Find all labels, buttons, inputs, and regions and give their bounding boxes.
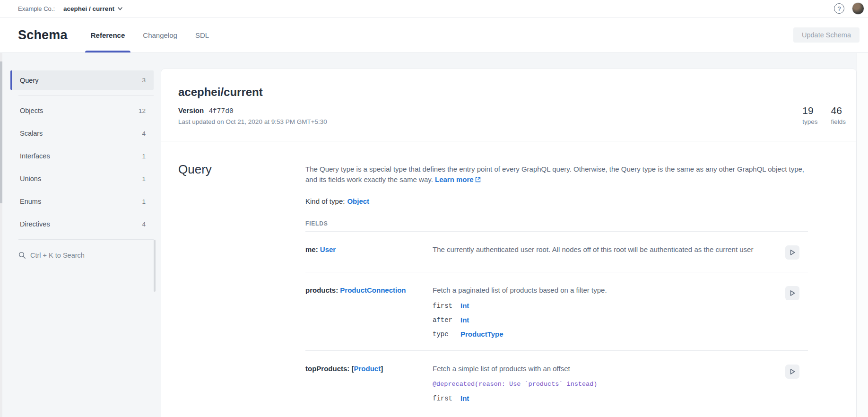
arg-name: first	[433, 395, 460, 402]
stat-label: fields	[831, 118, 846, 125]
field-action-cell	[785, 286, 799, 300]
arg-name: first	[433, 302, 460, 310]
field-args: firstIntafterInttypeProductType	[433, 302, 770, 338]
arg-name: type	[433, 330, 460, 338]
page-title: Schema	[18, 28, 68, 43]
card-header: acephei/current Version 4f77d0 Last upda…	[178, 86, 846, 125]
sidebar-item-objects[interactable]: Objects12	[10, 99, 154, 122]
type-header: Query The Query type is a special type t…	[178, 164, 846, 415]
arg-type-link[interactable]: Int	[460, 302, 469, 310]
field-detail-cell: Fetch a paginated list of products based…	[433, 286, 778, 338]
help-icon[interactable]: ?	[834, 3, 844, 14]
graph-selector-label: acephei / current	[63, 5, 114, 12]
schema-sidebar: Query3Objects12Scalars4Interfaces1Unions…	[0, 53, 154, 417]
field-action-cell	[785, 245, 799, 260]
field-type: User	[320, 245, 336, 253]
version-value: 4f77d0	[208, 107, 233, 115]
field-detail-cell: The currently authenticated user root. A…	[433, 245, 778, 254]
org-label: Example Co.:	[18, 5, 55, 12]
sidebar-item-label: Directives	[20, 220, 50, 228]
sidebar-item-label: Objects	[20, 107, 43, 114]
run-in-explorer-button[interactable]	[785, 365, 799, 379]
external-link-icon	[475, 177, 481, 182]
field-type: [Product]	[352, 365, 383, 373]
field-name-cell: me: User	[305, 245, 433, 254]
field-type-link[interactable]: ProductConnection	[340, 286, 406, 294]
run-in-explorer-button[interactable]	[785, 286, 799, 300]
tab-changelog[interactable]: Changelog	[141, 17, 179, 52]
topbar-right: ?	[834, 2, 861, 15]
sidebar-item-count: 4	[142, 221, 146, 228]
search-icon	[18, 252, 26, 259]
sidebar-item-scalars[interactable]: Scalars4	[10, 122, 154, 145]
sidebar-item-directives[interactable]: Directives4	[10, 213, 154, 235]
sidebar-item-enums[interactable]: Enums1	[10, 190, 154, 213]
arg-name: after	[433, 316, 460, 324]
sidebar-item-count: 1	[142, 198, 146, 205]
field-type-link[interactable]: Product	[354, 365, 381, 373]
field-detail-cell: Fetch a simple list of products with an …	[433, 365, 778, 402]
page-scrollbar[interactable]	[857, 53, 868, 417]
tab-reference[interactable]: Reference	[89, 17, 127, 52]
schema-stats: 19types46fields	[802, 105, 846, 125]
sidebar-scrollbar[interactable]	[154, 240, 156, 292]
sidebar-item-count: 1	[142, 175, 146, 182]
sidebar-item-unions[interactable]: Unions1	[10, 167, 154, 190]
field-row-products: products: ProductConnectionFetch a pagin…	[305, 272, 808, 351]
sidebar-item-query[interactable]: Query3	[10, 70, 154, 90]
stat-fields: 46fields	[831, 105, 846, 125]
search-placeholder: Ctrl + K to Search	[30, 252, 85, 259]
arg-row-type: typeProductType	[433, 330, 770, 338]
play-icon	[789, 289, 796, 297]
sidebar-divider-bottom	[18, 239, 154, 240]
run-in-explorer-button[interactable]	[785, 245, 799, 260]
field-type-link[interactable]: User	[320, 245, 336, 253]
sidebar-item-label: Interfaces	[20, 152, 50, 160]
schema-card: acephei/current Version 4f77d0 Last upda…	[161, 69, 857, 417]
tab-sdl[interactable]: SDL	[193, 17, 211, 52]
arg-type-link[interactable]: Int	[460, 394, 469, 402]
kind-of-type: Kind of type:Object	[305, 197, 808, 205]
content-area: Query3Objects12Scalars4Interfaces1Unions…	[0, 53, 868, 417]
field-row-me: me: UserThe currently authenticated user…	[305, 232, 808, 272]
arg-type-link[interactable]: Int	[460, 316, 469, 324]
sidebar-item-label: Enums	[20, 198, 41, 205]
field-args: firstInt	[433, 394, 770, 402]
main-panel: acephei/current Version 4f77d0 Last upda…	[154, 53, 868, 417]
field-name: me:	[305, 245, 320, 253]
play-icon	[789, 368, 796, 375]
arg-row-after: afterInt	[433, 316, 770, 324]
field-description: Fetch a paginated list of products based…	[433, 285, 770, 295]
sidebar-nav: Query3Objects12Scalars4Interfaces1Unions…	[10, 70, 154, 235]
kind-value-link[interactable]: Object	[347, 197, 369, 205]
type-section: Query The Query type is a special type t…	[178, 141, 846, 415]
sidebar-item-label: Scalars	[20, 130, 43, 137]
chevron-down-icon	[118, 7, 122, 10]
field-row-topProducts: topProducts: [Product]Fetch a simple lis…	[305, 351, 808, 415]
field-description: Fetch a simple list of products with an …	[433, 364, 770, 374]
field-deprecated: @deprecated(reason: Use `products` inste…	[433, 381, 770, 388]
stat-types: 19types	[802, 105, 817, 125]
field-description: The currently authenticated user root. A…	[433, 244, 770, 254]
play-icon	[789, 249, 796, 256]
arg-row-first: firstInt	[433, 394, 770, 402]
sidebar-item-label: Query	[20, 77, 39, 84]
stat-value: 46	[831, 105, 846, 116]
page-header: Schema ReferenceChangelogSDL Update Sche…	[0, 17, 868, 53]
avatar[interactable]	[852, 2, 864, 15]
tab-bar: ReferenceChangelogSDL	[82, 17, 218, 52]
sidebar-item-count: 1	[142, 153, 146, 160]
graph-selector[interactable]: acephei / current	[63, 5, 122, 12]
search-input[interactable]: Ctrl + K to Search	[10, 248, 154, 262]
arg-type-link[interactable]: ProductType	[460, 330, 503, 338]
graph-title: acephei/current	[178, 86, 327, 99]
learn-more-link[interactable]: Learn more	[435, 175, 481, 183]
last-updated: Last updated on Oct 21, 2020 at 9:53 PM …	[178, 118, 327, 125]
update-schema-button[interactable]: Update Schema	[793, 27, 859, 43]
field-action-cell	[785, 365, 799, 379]
type-description: The Query type is a special type that de…	[305, 164, 808, 184]
sidebar-item-count: 12	[139, 107, 146, 114]
sidebar-divider-top	[18, 95, 154, 96]
stat-value: 19	[802, 105, 817, 116]
sidebar-item-interfaces[interactable]: Interfaces1	[10, 145, 154, 167]
